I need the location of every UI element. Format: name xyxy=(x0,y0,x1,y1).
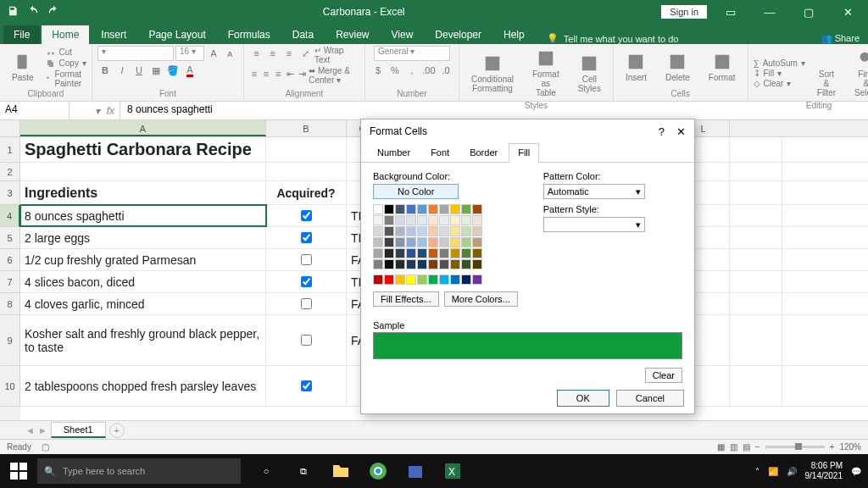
undo-icon[interactable] xyxy=(27,5,39,19)
cell-A5[interactable]: 2 large eggs xyxy=(20,227,266,248)
taskbar-search[interactable]: 🔍 Type here to search xyxy=(37,458,241,484)
checkbox-row-10[interactable] xyxy=(301,380,312,391)
dialog-clear-button[interactable]: Clear xyxy=(645,368,682,383)
pattern-color-select[interactable]: Automatic▾ xyxy=(543,184,645,199)
color-swatch[interactable] xyxy=(406,248,416,258)
name-box[interactable]: A4 xyxy=(0,102,70,119)
sheet-tab-active[interactable]: Sheet1 xyxy=(51,422,106,438)
pattern-style-select[interactable]: ▾ xyxy=(543,217,645,232)
color-swatch[interactable] xyxy=(428,259,438,269)
color-swatch[interactable] xyxy=(461,215,471,225)
cell-undefined9[interactable] xyxy=(730,315,782,365)
cell-B10[interactable] xyxy=(266,366,347,406)
cell-B7[interactable] xyxy=(266,271,347,292)
color-swatch[interactable] xyxy=(472,226,482,236)
color-swatch[interactable] xyxy=(417,204,427,214)
color-swatch[interactable] xyxy=(373,259,383,269)
cell-styles-button[interactable]: Cell Styles xyxy=(571,51,608,97)
copy-button[interactable]: Copy ▾ xyxy=(46,58,86,69)
zoom-level[interactable]: 120% xyxy=(839,442,861,452)
align-center-icon[interactable]: ≡ xyxy=(261,66,271,81)
tab-review[interactable]: Review xyxy=(326,25,379,44)
add-sheet-button[interactable]: + xyxy=(109,423,125,438)
column-header-A[interactable]: A xyxy=(20,120,266,136)
color-swatch[interactable] xyxy=(450,274,460,285)
color-swatch[interactable] xyxy=(373,274,383,285)
cell-undefined4[interactable] xyxy=(730,205,782,226)
color-swatch[interactable] xyxy=(395,204,405,214)
decrease-indent-icon[interactable]: ⇤ xyxy=(285,66,295,81)
paste-button[interactable]: Paste xyxy=(5,49,41,86)
color-swatch[interactable] xyxy=(439,237,449,247)
row-header-7[interactable]: 7 xyxy=(0,271,20,293)
tab-page-layout[interactable]: Page Layout xyxy=(138,25,215,44)
cell-B1[interactable] xyxy=(266,137,347,162)
color-swatch[interactable] xyxy=(395,248,405,258)
cell-undefined5[interactable] xyxy=(730,227,782,248)
align-bottom-icon[interactable]: ≡ xyxy=(281,46,296,61)
color-swatch[interactable] xyxy=(461,274,471,285)
number-format-select[interactable]: General ▾ xyxy=(374,46,450,61)
color-swatch[interactable] xyxy=(417,215,427,225)
font-color-button[interactable]: A xyxy=(182,63,198,78)
tab-home[interactable]: Home xyxy=(42,25,89,44)
color-swatch[interactable] xyxy=(472,248,482,258)
font-name-select[interactable]: ▾ xyxy=(97,46,174,61)
color-swatch[interactable] xyxy=(428,237,438,247)
fx-icon[interactable]: ▾fx xyxy=(70,102,120,119)
tab-formulas[interactable]: Formulas xyxy=(218,25,281,44)
cut-button[interactable]: Cut xyxy=(46,47,86,58)
autosum-button[interactable]: ∑ AutoSum ▾ xyxy=(754,58,805,68)
view-page-layout-icon[interactable]: ▥ xyxy=(730,442,737,452)
color-swatch[interactable] xyxy=(472,237,482,247)
sort-filter-button[interactable]: Sort & Filter xyxy=(810,46,843,101)
color-swatch[interactable] xyxy=(428,274,438,285)
tab-view[interactable]: View xyxy=(381,25,424,44)
dialog-tab-number[interactable]: Number xyxy=(368,143,420,162)
color-swatch[interactable] xyxy=(373,248,383,258)
color-swatch[interactable] xyxy=(406,226,416,236)
color-swatch[interactable] xyxy=(472,204,482,214)
minimize-icon[interactable]: — xyxy=(754,6,785,19)
color-swatch[interactable] xyxy=(373,237,383,247)
delete-cells-button[interactable]: Delete xyxy=(659,49,697,86)
tell-me[interactable]: 💡 Tell me what you want to do xyxy=(547,33,679,44)
share-button[interactable]: 👥 Share xyxy=(821,33,860,44)
zoom-slider[interactable] xyxy=(765,446,825,448)
cell-A1[interactable]: Spaghetti Carbonara Recipe xyxy=(20,137,266,162)
color-swatch[interactable] xyxy=(406,204,416,214)
color-swatch[interactable] xyxy=(450,248,460,258)
color-swatch[interactable] xyxy=(450,237,460,247)
row-header-5[interactable]: 5 xyxy=(0,227,20,249)
more-colors-button[interactable]: More Colors... xyxy=(444,291,518,307)
cell-undefined10[interactable] xyxy=(730,366,782,406)
row-header-2[interactable]: 2 xyxy=(0,163,20,181)
color-swatch[interactable] xyxy=(472,274,482,285)
color-swatch[interactable] xyxy=(395,259,405,269)
color-swatch[interactable] xyxy=(406,237,416,247)
underline-button[interactable]: U xyxy=(131,63,147,78)
dialog-tab-border[interactable]: Border xyxy=(460,143,507,162)
color-swatch[interactable] xyxy=(395,215,405,225)
cell-A8[interactable]: 4 cloves garlic, minced xyxy=(20,293,266,314)
orientation-icon[interactable]: ⤢ xyxy=(298,46,313,61)
close-icon[interactable]: ✕ xyxy=(832,6,863,19)
start-button[interactable] xyxy=(0,461,37,481)
color-swatch[interactable] xyxy=(384,226,394,236)
wrap-text-button[interactable]: ↵ Wrap Text xyxy=(314,46,359,64)
cortana-icon[interactable]: ○ xyxy=(249,454,283,488)
row-header-10[interactable]: 10 xyxy=(0,366,20,407)
checkbox-row-8[interactable] xyxy=(301,298,312,309)
view-page-break-icon[interactable]: ▤ xyxy=(743,442,750,452)
color-swatch[interactable] xyxy=(439,248,449,258)
color-swatch[interactable] xyxy=(450,215,460,225)
color-swatch[interactable] xyxy=(384,274,394,285)
clear-button[interactable]: ◇ Clear ▾ xyxy=(754,79,805,88)
cell-undefined7[interactable] xyxy=(730,271,782,292)
dialog-tab-fill[interactable]: Fill xyxy=(509,143,539,163)
comma-icon[interactable]: , xyxy=(404,63,420,78)
color-swatch[interactable] xyxy=(373,226,383,236)
tab-insert[interactable]: Insert xyxy=(91,25,136,44)
cell-A4[interactable]: 8 ounces spaghetti xyxy=(20,205,266,226)
task-view-icon[interactable]: ⧉ xyxy=(287,454,320,488)
